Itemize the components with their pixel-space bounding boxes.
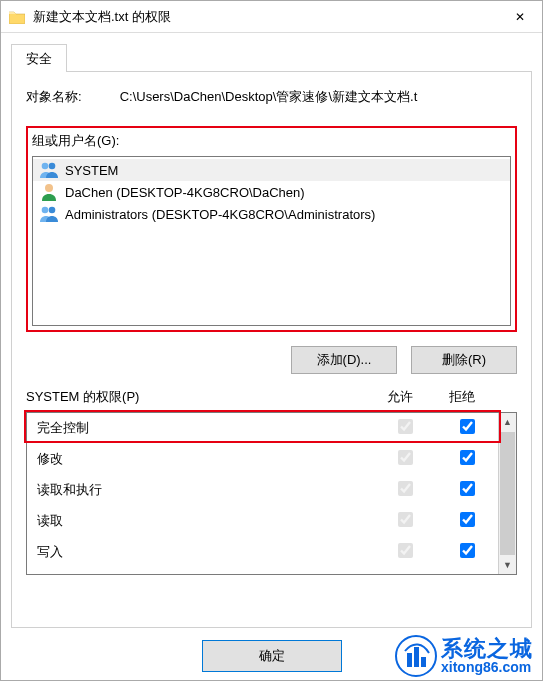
- column-deny: 拒绝: [431, 388, 493, 406]
- scroll-down-icon[interactable]: ▼: [499, 556, 516, 574]
- watermark-url: xitong86.com: [441, 660, 533, 674]
- permissions-header-label: SYSTEM 的权限(P): [26, 388, 369, 406]
- window-title: 新建文本文档.txt 的权限: [33, 8, 497, 26]
- object-name-value: C:\Users\DaChen\Desktop\管家速修\新建文本文档.t: [120, 88, 517, 106]
- group-buttons: 添加(D)... 删除(R): [26, 346, 517, 374]
- watermark: 系统之城 xitong86.com: [395, 635, 533, 677]
- allow-checkbox: [374, 512, 436, 530]
- permission-name: 读取: [37, 512, 374, 530]
- watermark-text: 系统之城 xitong86.com: [441, 638, 533, 674]
- svg-rect-7: [414, 647, 419, 667]
- titlebar: 新建文本文档.txt 的权限 ✕: [1, 1, 542, 33]
- permission-row: 读取: [27, 506, 498, 537]
- group-icon: [39, 161, 59, 179]
- object-name-label: 对象名称:: [26, 88, 82, 106]
- tab-security[interactable]: 安全: [11, 44, 67, 72]
- deny-checkbox[interactable]: [436, 543, 498, 561]
- groups-label: 组或用户名(G):: [32, 132, 511, 150]
- watermark-logo-icon: [395, 635, 437, 677]
- permissions-scroll-area: 完全控制 修改 读取和执行: [27, 413, 498, 574]
- deny-checkbox[interactable]: [436, 481, 498, 499]
- permission-name: 读取和执行: [37, 481, 374, 499]
- permissions-dialog: 新建文本文档.txt 的权限 ✕ 安全 对象名称: C:\Users\DaChe…: [0, 0, 543, 681]
- ok-button[interactable]: 确定: [202, 640, 342, 672]
- dialog-body: 安全 对象名称: C:\Users\DaChen\Desktop\管家速修\新建…: [1, 33, 542, 680]
- permission-name: 修改: [37, 450, 374, 468]
- object-name-row: 对象名称: C:\Users\DaChen\Desktop\管家速修\新建文本文…: [26, 88, 517, 106]
- watermark-title: 系统之城: [441, 638, 533, 660]
- allow-checkbox: [374, 450, 436, 468]
- permission-row: 完全控制: [27, 413, 498, 444]
- permissions-grid: 完全控制 修改 读取和执行: [26, 412, 517, 575]
- svg-point-4: [49, 207, 56, 214]
- list-item[interactable]: SYSTEM: [33, 159, 510, 181]
- deny-checkbox[interactable]: [436, 450, 498, 468]
- allow-checkbox: [374, 543, 436, 561]
- scroll-thumb[interactable]: [500, 432, 515, 555]
- list-item-label: Administrators (DESKTOP-4KG8CRO\Administ…: [65, 207, 375, 222]
- permission-name: 完全控制: [37, 419, 374, 437]
- list-item[interactable]: DaChen (DESKTOP-4KG8CRO\DaChen): [33, 181, 510, 203]
- add-button[interactable]: 添加(D)...: [291, 346, 397, 374]
- allow-checkbox: [374, 481, 436, 499]
- scroll-up-icon[interactable]: ▲: [499, 413, 516, 431]
- deny-checkbox[interactable]: [436, 419, 498, 437]
- button-label: 确定: [259, 647, 285, 665]
- column-allow: 允许: [369, 388, 431, 406]
- remove-button[interactable]: 删除(R): [411, 346, 517, 374]
- close-icon: ✕: [515, 10, 525, 24]
- permission-row: 读取和执行: [27, 475, 498, 506]
- svg-point-0: [42, 163, 49, 170]
- permission-name: 写入: [37, 543, 374, 561]
- svg-point-2: [45, 184, 53, 192]
- button-label: 删除(R): [442, 351, 486, 369]
- user-icon: [39, 183, 59, 201]
- permissions-header: SYSTEM 的权限(P) 允许 拒绝: [26, 388, 517, 412]
- svg-rect-6: [407, 653, 412, 667]
- deny-checkbox[interactable]: [436, 512, 498, 530]
- groups-listbox[interactable]: SYSTEM DaChen (DESKTOP-4KG8CRO\DaChen) A…: [32, 156, 511, 326]
- list-item-label: DaChen (DESKTOP-4KG8CRO\DaChen): [65, 185, 305, 200]
- list-item-label: SYSTEM: [65, 163, 118, 178]
- tab-strip: 安全: [11, 43, 532, 71]
- svg-rect-8: [421, 657, 426, 667]
- folder-icon: [9, 10, 25, 24]
- button-label: 添加(D)...: [317, 351, 372, 369]
- list-item[interactable]: Administrators (DESKTOP-4KG8CRO\Administ…: [33, 203, 510, 225]
- close-button[interactable]: ✕: [497, 2, 542, 32]
- tab-panel-security: 对象名称: C:\Users\DaChen\Desktop\管家速修\新建文本文…: [11, 71, 532, 628]
- group-icon: [39, 205, 59, 223]
- allow-checkbox: [374, 419, 436, 437]
- group-section-highlight: 组或用户名(G): SYSTEM DaChen (DESKTOP-4KG8CRO…: [26, 126, 517, 332]
- permission-row: 修改: [27, 444, 498, 475]
- scrollbar[interactable]: ▲ ▼: [498, 413, 516, 574]
- svg-point-1: [49, 163, 56, 170]
- tab-label: 安全: [26, 51, 52, 66]
- svg-point-3: [42, 207, 49, 214]
- permission-row: 写入: [27, 537, 498, 568]
- permissions-list: 完全控制 修改 读取和执行: [26, 412, 517, 575]
